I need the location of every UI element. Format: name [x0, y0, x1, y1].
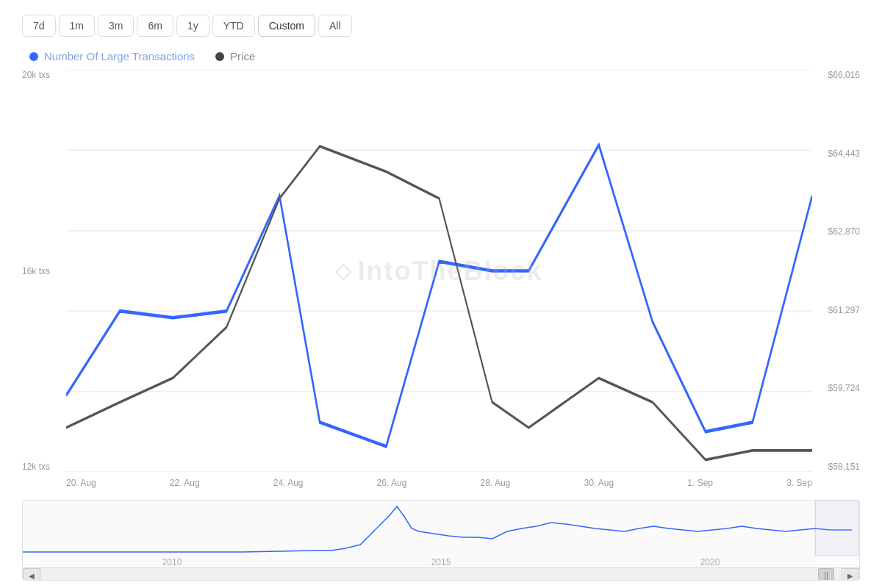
navigator-svg	[23, 501, 859, 556]
chart-area: 20k txs 16k txs 12k txs $66,016 $64,443 …	[22, 70, 860, 581]
x-label-3: 24. Aug	[273, 478, 304, 488]
legend-price: Price	[215, 50, 255, 62]
y-right-2: $64,443	[812, 148, 860, 159]
y-right-1: $66,016	[812, 70, 860, 80]
svg-rect-7	[815, 501, 859, 556]
x-label-5: 28. Aug	[481, 478, 511, 488]
time-range-bar: 7d1m3m6m1yYTDCustomAll	[22, 15, 860, 37]
y-right-4: $61,297	[812, 305, 860, 315]
nav-label-2010: 2010	[162, 557, 182, 567]
main-chart-svg	[66, 70, 812, 472]
nav-track[interactable]	[40, 568, 842, 581]
time-btn-1y[interactable]: 1y	[176, 15, 209, 37]
nav-label-2020: 2020	[700, 557, 720, 567]
legend-dot-blue	[29, 52, 38, 61]
y-axis-left: 20k txs 16k txs 12k txs	[22, 70, 66, 472]
x-label-8: 3. Sep	[786, 478, 812, 488]
x-label-7: 1. Sep	[687, 478, 713, 488]
y-left-bot: 12k txs	[22, 462, 66, 472]
legend-label-price: Price	[230, 50, 255, 62]
time-btn-1m[interactable]: 1m	[59, 15, 95, 37]
time-btn-6m[interactable]: 6m	[137, 15, 173, 37]
y-left-top: 20k txs	[22, 70, 66, 80]
chart-wrapper: 20k txs 16k txs 12k txs $66,016 $64,443 …	[22, 70, 860, 581]
nav-thumb-line-1	[825, 572, 825, 581]
navigator-scrollbar: ◀ ▶	[23, 567, 859, 581]
x-axis: 20. Aug 22. Aug 24. Aug 26. Aug 28. Aug …	[66, 472, 812, 494]
time-btn-ytd[interactable]: YTD	[212, 15, 255, 37]
y-left-mid: 16k txs	[22, 266, 66, 276]
x-label-4: 26. Aug	[377, 478, 407, 488]
main-container: 7d1m3m6m1yYTDCustomAll Number Of Large T…	[0, 0, 882, 588]
dark-line	[66, 146, 812, 460]
y-right-6: $58,151	[812, 462, 860, 472]
y-right-5: $59,724	[812, 383, 860, 393]
nav-label-2015: 2015	[431, 557, 451, 567]
time-btn-3m[interactable]: 3m	[98, 15, 134, 37]
svg-rect-6	[23, 501, 859, 556]
chart-svg-container: ◇ IntoTheBlock	[66, 70, 812, 472]
nav-arrow-left[interactable]: ◀	[23, 568, 40, 581]
x-label-6: 30. Aug	[584, 478, 614, 488]
chart-inner: 20k txs 16k txs 12k txs $66,016 $64,443 …	[22, 70, 860, 494]
legend-transactions: Number Of Large Transactions	[29, 50, 195, 62]
x-label-2: 22. Aug	[170, 478, 200, 488]
legend-dot-dark	[215, 52, 224, 61]
x-label-1: 20. Aug	[66, 478, 96, 488]
nav-arrow-right[interactable]: ▶	[842, 568, 859, 581]
time-btn-all[interactable]: All	[318, 15, 352, 37]
legend: Number Of Large Transactions Price	[22, 50, 860, 62]
nav-thumb-line-2	[827, 572, 828, 581]
y-axis-right: $66,016 $64,443 $62,870 $61,297 $59,724 …	[812, 70, 860, 472]
navigator-x-labels: 2010 2015 2020	[23, 557, 859, 567]
y-right-3: $62,870	[812, 226, 860, 237]
navigator-wrapper: 2010 2015 2020 ◀ ▶	[22, 500, 860, 581]
time-btn-7d[interactable]: 7d	[22, 15, 56, 37]
blue-line	[66, 145, 812, 446]
time-btn-custom[interactable]: Custom	[258, 15, 315, 37]
nav-thumb[interactable]	[818, 568, 834, 581]
legend-label-transactions: Number Of Large Transactions	[44, 50, 195, 62]
